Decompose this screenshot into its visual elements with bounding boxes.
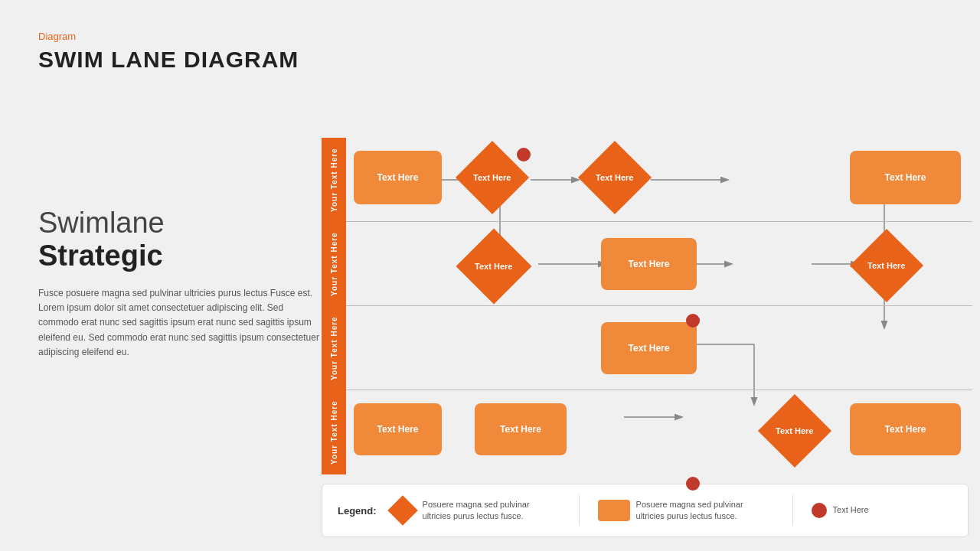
legend-dot-text: Text Here <box>833 504 869 516</box>
lane-4: Your Text Here Text Here Text Here Text … <box>322 390 972 474</box>
legend-rect-item: Posuere magna sed pulvinar ultricies pur… <box>598 499 774 523</box>
legend-dot-item: Text Here <box>812 503 869 518</box>
lane2-rect1: Text Here <box>601 238 697 290</box>
lane-2: Your Text Here Text Here Text Here Text … <box>322 222 972 306</box>
legend-diamond-item: Posuere magna sed pulvinar ultricies pur… <box>389 497 560 524</box>
lane-1: Your Text Here Text Here Text Here Text … <box>322 138 972 222</box>
legend-separator-1 <box>579 495 580 526</box>
header: Diagram SWIM LANE DIAGRAM <box>38 31 299 73</box>
legend-dot-icon <box>812 503 827 518</box>
swimlane-label: Swimlane <box>38 207 322 240</box>
legend-rect-icon <box>598 500 630 521</box>
lane4-diamond1: Text Here <box>758 399 831 462</box>
diagram: Your Text Here Text Here Text Here Text … <box>322 138 972 474</box>
left-panel: Swimlane Strategic Fusce posuere magna s… <box>38 207 322 360</box>
lane4-rect2: Text Here <box>475 403 567 455</box>
legend-diamond-text: Posuere magna sed pulvinar ultricies pur… <box>423 499 560 523</box>
lane2-diamond2: Text Here <box>850 235 923 296</box>
lane4-rect1: Text Here <box>354 403 442 455</box>
page-title: SWIM LANE DIAGRAM <box>38 47 299 73</box>
lane1-rect2: Text Here <box>850 151 961 204</box>
description-text: Fusce posuere magna sed pulvinar ultrici… <box>38 286 322 360</box>
strategic-label: Strategic <box>38 240 322 272</box>
category-label: Diagram <box>38 31 299 42</box>
lane-4-label: Your Text Here <box>322 390 346 474</box>
lane1-rect1: Text Here <box>354 151 442 204</box>
lane-3-label: Your Text Here <box>322 306 346 390</box>
legend-rect-text: Posuere magna sed pulvinar ultricies pur… <box>636 499 774 523</box>
legend: Legend: Posuere magna sed pulvinar ultri… <box>322 484 969 537</box>
dot-lane3-rect1 <box>686 477 700 491</box>
legend-label: Legend: <box>338 505 377 517</box>
lane2-diamond1: Text Here <box>456 235 532 298</box>
lane4-rect3: Text Here <box>850 403 961 455</box>
lane-3: Your Text Here Text Here <box>322 306 972 390</box>
legend-separator-2 <box>792 495 793 526</box>
lane-1-label: Your Text Here <box>322 138 346 222</box>
lane3-rect1: Text Here <box>601 322 697 374</box>
lane1-diamond2: Text Here <box>578 147 651 208</box>
dot-lane1-diamond1 <box>517 148 531 161</box>
dot-lane2-rect1 <box>686 314 700 328</box>
lane-2-label: Your Text Here <box>322 222 346 306</box>
